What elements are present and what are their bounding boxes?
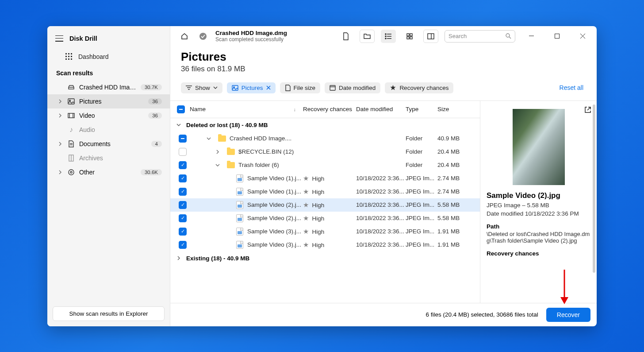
folder-icon	[227, 148, 235, 156]
nav-label: Archives	[79, 155, 162, 162]
search-placeholder: Search	[448, 33, 467, 39]
col-size[interactable]: Size	[437, 106, 475, 112]
close-icon[interactable]	[266, 85, 271, 90]
row-checkbox[interactable]: ✓	[179, 174, 187, 182]
recovery-value: High	[312, 242, 325, 248]
row-checkbox[interactable]: ✓	[179, 188, 187, 196]
sidebar-item-audio[interactable]: ♪ Audio	[47, 123, 170, 137]
svg-rect-1	[68, 53, 69, 54]
list-view-icon[interactable]	[381, 30, 396, 43]
category-icon	[68, 169, 75, 176]
main: Crashed HDD Image.dmg Scan completed suc…	[170, 26, 597, 326]
home-icon[interactable]	[178, 30, 191, 43]
table-row[interactable]: ✓ Sample Video (1).j... ★ High 10/18/202…	[170, 172, 480, 185]
minimize-button[interactable]	[521, 30, 541, 43]
table-row[interactable]: ✓ Sample Video (3).j... ★ High 10/18/202…	[170, 238, 480, 251]
sort-icon[interactable]: ↓	[294, 107, 296, 112]
close-button[interactable]	[573, 30, 592, 43]
explorer-button[interactable]: Show scan results in Explorer	[53, 306, 165, 321]
open-external-icon[interactable]	[584, 106, 591, 113]
svg-rect-6	[65, 58, 67, 60]
svg-rect-37	[555, 34, 559, 39]
folder-icon[interactable]	[360, 30, 375, 43]
table-row[interactable]: Crashed HDD Image.... Folder 40.9 MB	[170, 132, 480, 145]
group-deleted[interactable]: Deleted or lost (18) - 40.9 MB	[170, 118, 480, 132]
recovery-value: High	[312, 228, 325, 235]
expand-icon[interactable]	[215, 164, 221, 166]
svg-rect-5	[71, 56, 72, 57]
expand-icon[interactable]	[206, 137, 212, 140]
sidebar-item-video[interactable]: Video 36	[47, 108, 170, 123]
folder-icon	[218, 135, 226, 143]
maximize-button[interactable]	[547, 30, 567, 43]
type-value: JPEG Im...	[406, 201, 437, 208]
nav-label: Documents	[79, 140, 147, 147]
app-window: Disk Drill Dashboard Scan results Crashe…	[47, 26, 597, 326]
grid-view-icon[interactable]	[402, 30, 417, 43]
group-existing[interactable]: Existing (18) - 40.9 MB	[170, 251, 480, 265]
row-checkbox[interactable]: ✓	[179, 201, 187, 209]
star-icon: ★	[303, 201, 309, 209]
scrollbar[interactable]	[593, 104, 595, 273]
source-status: Scan completed successfully	[215, 36, 332, 43]
sidebar-dashboard[interactable]: Dashboard	[47, 49, 170, 64]
svg-point-11	[69, 100, 70, 101]
row-checkbox[interactable]: ✓	[179, 241, 187, 249]
sidebar-item-archives[interactable]: Archives	[47, 151, 170, 165]
row-checkbox[interactable]: ✓	[179, 214, 187, 222]
count-badge: 30.6K	[141, 169, 162, 175]
expand-icon[interactable]	[215, 150, 221, 154]
count-badge: 4	[151, 141, 162, 147]
category-icon	[68, 155, 75, 162]
type-value: JPEG Im...	[406, 188, 437, 195]
preview-toggle-icon[interactable]	[423, 30, 438, 43]
col-name[interactable]: Name	[190, 106, 206, 112]
svg-rect-7	[68, 58, 69, 60]
svg-point-24	[385, 36, 386, 37]
star-icon: ★	[303, 188, 309, 195]
row-checkbox[interactable]	[179, 135, 187, 143]
search-input[interactable]: Search	[445, 30, 515, 43]
recovery-chip[interactable]: Recovery chances	[385, 82, 453, 93]
table-row[interactable]: $RECYCLE.BIN (12) Folder 20.4 MB	[170, 145, 480, 159]
col-type[interactable]: Type	[406, 106, 437, 112]
img-icon	[236, 241, 244, 249]
file-icon[interactable]	[338, 30, 353, 43]
row-checkbox[interactable]: ✓	[179, 161, 187, 169]
svg-rect-32	[428, 34, 434, 39]
row-checkbox[interactable]: ✓	[179, 228, 187, 236]
sidebar-item-documents[interactable]: Documents 4	[47, 137, 170, 151]
select-all-checkbox[interactable]	[177, 105, 185, 113]
date-chip[interactable]: Date modified	[325, 82, 380, 93]
reset-link[interactable]: Reset all	[560, 84, 583, 91]
star-icon: ★	[303, 174, 309, 182]
pictures-label: Pictures	[242, 85, 263, 91]
pictures-chip[interactable]: Pictures	[227, 82, 276, 93]
sidebar-item-other[interactable]: Other 30.6K	[47, 165, 170, 179]
size-value: 1.91 MB	[437, 241, 475, 248]
date-value: 10/18/2022 3:36...	[356, 201, 406, 208]
recover-button[interactable]: Recover	[546, 308, 590, 322]
table-row[interactable]: ✓ Sample Video (2).j... ★ High 10/18/202…	[170, 212, 480, 225]
size-value: 2.74 MB	[437, 175, 475, 182]
selection-status: 6 files (20.4 MB) selected, 30686 files …	[426, 311, 538, 318]
svg-rect-12	[68, 113, 74, 118]
col-date[interactable]: Date modified	[356, 106, 406, 112]
size-value: 2.74 MB	[437, 188, 475, 195]
table-row[interactable]: ✓ Trash folder (6) Folder 20.4 MB	[170, 159, 480, 172]
filesize-chip[interactable]: File size	[280, 82, 321, 93]
count-badge: 36	[148, 98, 162, 104]
date-value: 10/18/2022 3:36...	[356, 188, 406, 195]
table-row[interactable]: ✓ Sample Video (3).j... ★ High 10/18/202…	[170, 225, 480, 238]
sidebar-drive[interactable]: Crashed HDD Image.d... 30.7K	[47, 80, 170, 94]
col-recovery[interactable]: Recovery chances	[303, 106, 356, 112]
chevron-right-icon	[57, 99, 63, 104]
show-chip[interactable]: Show	[181, 82, 222, 93]
type-value: Folder	[406, 162, 437, 168]
sidebar-item-pictures[interactable]: Pictures 36	[47, 94, 170, 108]
row-checkbox[interactable]	[179, 148, 187, 156]
table-row[interactable]: ✓ Sample Video (2).j... ★ High 10/18/202…	[170, 198, 480, 212]
table-row[interactable]: ✓ Sample Video (1).j... ★ High 10/18/202…	[170, 185, 480, 198]
type-value: Folder	[406, 135, 437, 142]
menu-icon[interactable]	[55, 35, 63, 42]
